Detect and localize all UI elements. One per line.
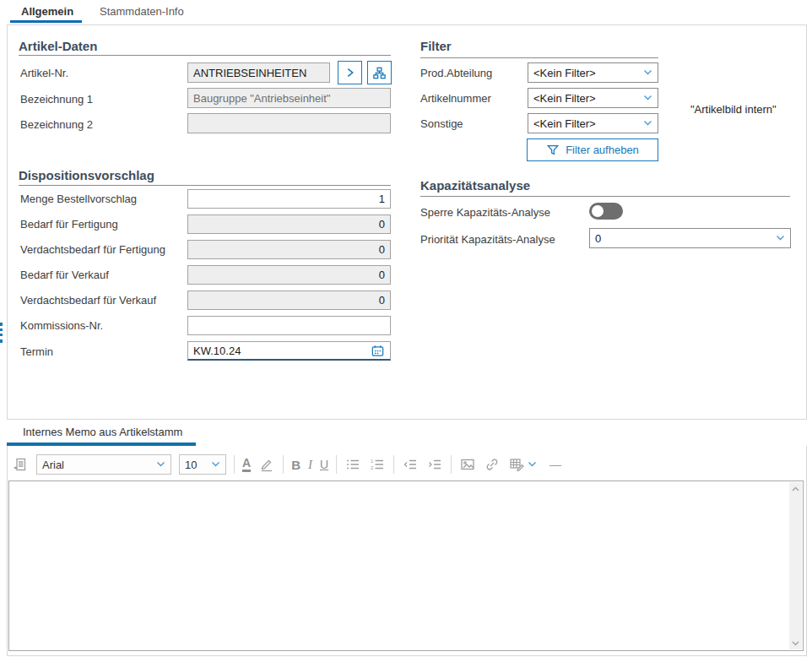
prioritaet-kapazitaet-select[interactable]: 0 bbox=[589, 228, 791, 248]
open-artikel-button[interactable] bbox=[338, 61, 362, 84]
label-bedarf-fertigung: Bedarf für Fertigung bbox=[20, 218, 118, 231]
font-size-value: 10 bbox=[185, 459, 197, 471]
chevron-down-icon bbox=[643, 69, 652, 76]
prod-abteilung-select[interactable]: <Kein Filter> bbox=[528, 62, 658, 83]
chevron-down-icon bbox=[643, 95, 652, 101]
font-family-select[interactable]: Arial bbox=[36, 454, 171, 475]
memo-textarea[interactable] bbox=[8, 481, 804, 651]
kommissions-nr-input[interactable] bbox=[187, 316, 391, 335]
section-title-disposition: Dispositionsvorschlag bbox=[19, 168, 154, 182]
italic-icon[interactable]: I bbox=[308, 459, 312, 471]
active-tab-indicator bbox=[10, 20, 82, 23]
section-divider bbox=[420, 57, 658, 58]
section-divider bbox=[19, 55, 391, 56]
toolbar-separator bbox=[451, 455, 452, 474]
artikelnummer-value: <Kein Filter> bbox=[533, 92, 596, 105]
sonstige-select[interactable]: <Kein Filter> bbox=[528, 113, 658, 133]
structure-button[interactable] bbox=[367, 61, 392, 84]
termin-value: KW.10.24 bbox=[193, 345, 241, 357]
table-chevron-icon[interactable] bbox=[528, 461, 537, 468]
label-bedarf-verkauf: Bedarf für Verkauf bbox=[20, 269, 109, 281]
calendar-icon[interactable] bbox=[371, 344, 385, 358]
memo-scrollbar[interactable] bbox=[789, 482, 802, 649]
chevron-down-icon bbox=[776, 235, 785, 242]
highlighter-icon[interactable] bbox=[258, 455, 275, 474]
label-artikelnummer: Artikelnummer bbox=[420, 92, 491, 105]
image-icon[interactable] bbox=[459, 455, 476, 474]
menge-bestellvorschlag-input[interactable]: 1 bbox=[187, 189, 391, 209]
label-menge-bestellvorschlag: Menge Bestellvorschlag bbox=[20, 193, 137, 205]
prioritaet-value: 0 bbox=[595, 232, 601, 245]
sperre-kapazitaet-toggle[interactable] bbox=[589, 203, 623, 220]
svg-text:1: 1 bbox=[371, 459, 374, 464]
bedarf-fertigung-field: 0 bbox=[187, 214, 391, 234]
toolbar-separator bbox=[336, 455, 337, 474]
verdachtsbedarf-verkauf-field: 0 bbox=[187, 290, 391, 310]
section-title-kapazitaet: Kapazitätsanalyse bbox=[420, 178, 530, 193]
tab-stammdaten-info[interactable]: Stammdaten-Info bbox=[100, 5, 184, 18]
font-size-select[interactable]: 10 bbox=[179, 454, 226, 475]
label-sperre-kapazitaet: Sperre Kapazitäts-Analyse bbox=[420, 206, 550, 219]
label-termin: Termin bbox=[20, 345, 53, 358]
verdachtsbedarf-fertigung-field: 0 bbox=[187, 240, 391, 259]
bold-icon[interactable]: B bbox=[291, 459, 300, 471]
tab-allgemein[interactable]: Allgemein bbox=[21, 5, 73, 18]
artikel-nr-field: ANTRIEBSEINHEITEN bbox=[187, 62, 330, 83]
sonstige-value: <Kein Filter> bbox=[533, 117, 596, 130]
toolbar-separator bbox=[283, 455, 284, 474]
font-family-value: Arial bbox=[42, 459, 64, 471]
section-divider bbox=[420, 196, 790, 197]
label-bezeichnung-2: Bezeichnung 2 bbox=[20, 118, 93, 131]
scroll-up-icon[interactable] bbox=[789, 482, 802, 495]
underline-icon[interactable]: U bbox=[320, 459, 328, 470]
memo-tab[interactable]: Internes Memo aus Artikelstamm bbox=[23, 426, 182, 438]
numbered-list-icon[interactable]: 1 2 bbox=[369, 455, 386, 474]
toolbar-separator bbox=[234, 455, 235, 474]
toolbar-separator bbox=[393, 455, 394, 474]
artikelnummer-select[interactable]: <Kein Filter> bbox=[528, 88, 658, 108]
label-bezeichnung-1: Bezeichnung 1 bbox=[20, 93, 93, 106]
toggle-knob bbox=[592, 205, 604, 217]
org-chart-icon bbox=[372, 66, 387, 80]
chevron-down-icon bbox=[643, 120, 652, 127]
artikelbild-caption: "Artikelbild intern" bbox=[690, 103, 777, 116]
page: Allgemein Stammdaten-Info Artikel-Daten … bbox=[0, 0, 812, 657]
horizontal-line-icon[interactable]: — bbox=[549, 459, 561, 470]
link-icon[interactable] bbox=[484, 455, 501, 474]
paste-icon[interactable] bbox=[12, 455, 29, 474]
bezeichnung-1-field: Baugruppe "Antriebseinheit" bbox=[187, 88, 391, 108]
section-divider bbox=[19, 185, 391, 186]
font-color-icon[interactable]: A bbox=[242, 457, 251, 472]
scroll-down-icon[interactable] bbox=[789, 637, 802, 649]
section-title-filter: Filter bbox=[420, 39, 452, 53]
bezeichnung-2-field bbox=[187, 113, 391, 133]
splitter-handle[interactable] bbox=[0, 323, 3, 343]
label-kommissions-nr: Kommissions-Nr. bbox=[20, 319, 103, 332]
filter-aufheben-button[interactable]: Filter aufheben bbox=[527, 138, 658, 161]
label-prioritaet-kapazitaet: Priorität Kapazitäts-Analyse bbox=[420, 233, 555, 246]
label-verdachtsbedarf-verkauf: Verdachtsbedarf für Verkauf bbox=[20, 294, 156, 307]
table-edit-icon[interactable] bbox=[508, 455, 525, 474]
outdent-icon[interactable] bbox=[402, 455, 419, 474]
memo-toolbar: Arial 10 A B I U 1 2 bbox=[8, 450, 561, 479]
indent-icon[interactable] bbox=[426, 455, 443, 474]
label-artikel-nr: Artikel-Nr. bbox=[20, 67, 68, 79]
bullet-list-icon[interactable] bbox=[344, 455, 361, 474]
tab-bar: Allgemein Stammdaten-Info bbox=[0, 0, 812, 24]
prod-abteilung-value: <Kein Filter> bbox=[533, 67, 596, 79]
form-panel bbox=[7, 24, 807, 420]
section-title-artikel-daten: Artikel-Daten bbox=[19, 39, 97, 53]
chevron-down-icon bbox=[156, 461, 165, 468]
chevron-down-icon bbox=[211, 461, 220, 468]
label-prod-abteilung: Prod.Abteilung bbox=[420, 67, 492, 79]
arrow-right-icon bbox=[344, 66, 357, 79]
label-verdachtsbedarf-fertigung: Verdachtsbedarf für Fertigung bbox=[20, 243, 165, 256]
termin-input[interactable]: KW.10.24 bbox=[187, 341, 391, 361]
bedarf-verkauf-field: 0 bbox=[187, 265, 391, 285]
filter-aufheben-label: Filter aufheben bbox=[566, 144, 639, 156]
label-sonstige: Sonstige bbox=[420, 117, 463, 130]
funnel-icon bbox=[546, 144, 560, 157]
svg-text:2: 2 bbox=[371, 465, 374, 470]
